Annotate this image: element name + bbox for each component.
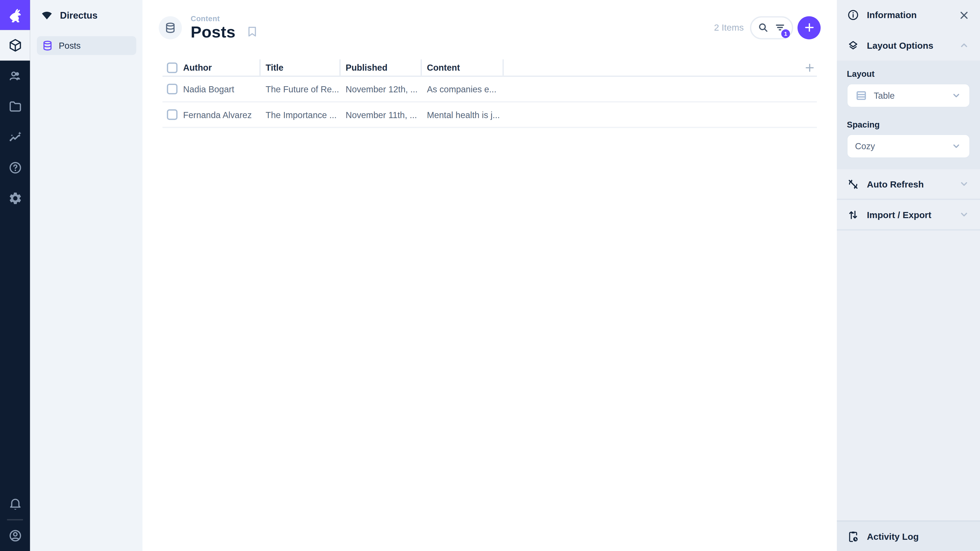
sidebar-item-posts[interactable]: Posts [37, 36, 136, 55]
collection-icon-button[interactable] [159, 16, 182, 39]
module-insights[interactable] [0, 122, 30, 152]
table-row[interactable]: Nadia Bogart The Future of Re... Novembe… [162, 77, 817, 102]
plus-icon [803, 62, 816, 73]
cell-content: As companies e... [422, 84, 504, 94]
layers-icon [847, 39, 859, 52]
sidebar-item-label: Posts [59, 41, 81, 51]
cell-title: The Importance ... [261, 110, 340, 120]
add-column-button[interactable] [803, 62, 817, 73]
account-button[interactable] [0, 520, 30, 551]
wifi-signal-icon [41, 9, 53, 21]
import-export-label: Import / Export [867, 210, 951, 220]
nav-sidebar: Directus Posts [30, 0, 143, 551]
search-icon[interactable] [757, 22, 769, 33]
layout-select-value: Table [874, 91, 945, 100]
layout-select[interactable]: Table [847, 84, 970, 107]
bookmark-icon [246, 25, 258, 38]
chevron-down-icon [951, 141, 962, 152]
module-bar-bottom [0, 489, 30, 551]
table-layout-icon [855, 89, 867, 102]
activity-log-label: Activity Log [867, 531, 919, 541]
row-checkbox[interactable] [167, 110, 178, 120]
layout-options-panel: Layout Table Spacing Cozy [837, 61, 980, 169]
notifications-button[interactable] [0, 489, 30, 519]
column-header-title[interactable]: Title [261, 59, 340, 76]
chevron-down-icon [958, 209, 970, 221]
chevron-up-icon [958, 40, 970, 52]
cell-author: Nadia Bogart [178, 84, 261, 94]
plus-icon [803, 21, 815, 34]
filter-count-badge: 1 [781, 29, 790, 38]
title-block: Content Posts [191, 15, 258, 40]
bookmark-button[interactable] [246, 25, 258, 38]
import-export-arrows-icon [847, 208, 859, 221]
layout-options-section-header[interactable]: Layout Options [837, 30, 980, 61]
search-filter-pill: 1 [750, 16, 793, 39]
activity-log-clipboard-icon [847, 530, 859, 543]
cell-published: November 12th, ... [341, 84, 422, 94]
module-files[interactable] [0, 91, 30, 122]
directus-app: Directus Posts Co [0, 0, 980, 551]
module-settings[interactable] [0, 183, 30, 214]
spacing-select[interactable]: Cozy [847, 135, 970, 158]
module-nav [0, 30, 30, 214]
header-actions: 2 Items 1 [714, 16, 821, 39]
info-sidebar: Information Layout Options Layout [837, 0, 980, 551]
sidebar-title: Information [867, 10, 951, 20]
module-help[interactable] [0, 152, 30, 183]
cell-content: Mental health is j... [422, 110, 504, 120]
close-icon[interactable] [958, 9, 970, 21]
module-content[interactable] [0, 30, 30, 61]
module-users[interactable] [0, 61, 30, 91]
column-header-published[interactable]: Published [341, 59, 422, 76]
sidebar-header: Information [837, 0, 980, 30]
layout-field-label: Layout [847, 69, 970, 79]
cell-published: November 11th, ... [341, 110, 422, 120]
chevron-down-icon [958, 178, 970, 190]
database-icon [42, 40, 53, 51]
collection-nav: Posts [30, 30, 143, 55]
module-bar [0, 0, 30, 551]
layout-options-label: Layout Options [867, 41, 951, 51]
table-header-row: Author Title Published Content [162, 59, 817, 77]
add-item-button[interactable] [797, 16, 821, 39]
page-title: Posts [191, 23, 235, 40]
select-all-checkbox[interactable] [167, 62, 178, 73]
spacing-field-label: Spacing [847, 120, 970, 129]
spacing-select-value: Cozy [855, 141, 944, 151]
column-header-content[interactable]: Content [422, 59, 504, 76]
database-icon [164, 21, 177, 33]
filter-button[interactable]: 1 [774, 22, 786, 33]
main-content: Content Posts 2 Items [142, 0, 837, 551]
project-bar[interactable]: Directus [30, 0, 143, 30]
row-checkbox[interactable] [167, 84, 178, 94]
directus-rabbit-logo[interactable] [0, 0, 30, 30]
auto-refresh-section-header[interactable]: Auto Refresh [837, 169, 980, 200]
items-table: Author Title Published Content Nadia Bog… [162, 59, 817, 128]
import-export-section-header[interactable]: Import / Export [837, 200, 980, 230]
breadcrumb[interactable]: Content [191, 15, 258, 23]
chevron-down-icon [951, 90, 962, 101]
select-all-cell [162, 62, 178, 73]
info-icon [847, 9, 859, 21]
cell-author: Fernanda Alvarez [178, 110, 261, 120]
column-header-author[interactable]: Author [178, 59, 261, 76]
project-name: Directus [60, 10, 97, 21]
sync-disabled-icon [847, 178, 859, 190]
table-row[interactable]: Fernanda Alvarez The Importance ... Nove… [162, 103, 817, 128]
activity-log-button[interactable]: Activity Log [837, 520, 980, 551]
items-count: 2 Items [714, 22, 744, 32]
page-header: Content Posts 2 Items [142, 0, 837, 59]
auto-refresh-label: Auto Refresh [867, 179, 951, 189]
cell-title: The Future of Re... [261, 84, 340, 94]
